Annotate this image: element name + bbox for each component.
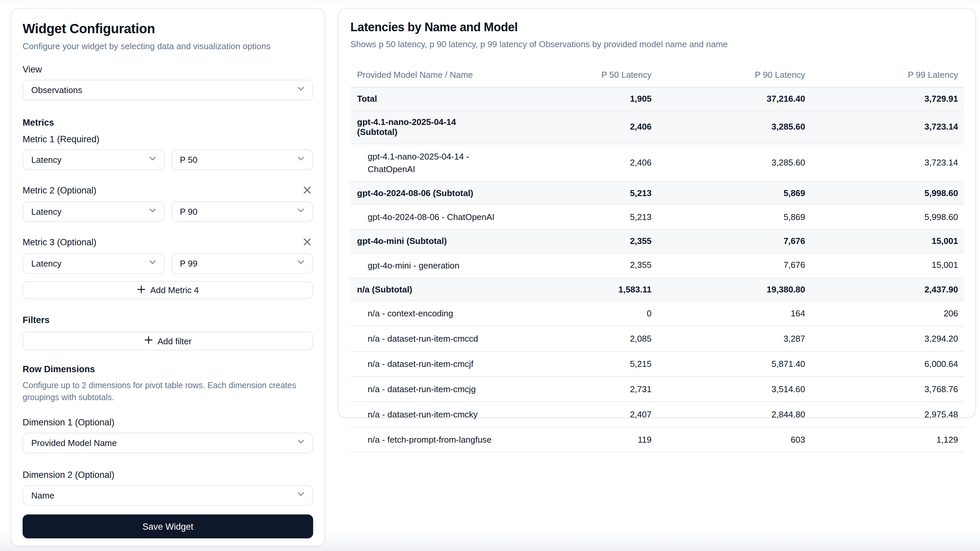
chevron-down-icon — [296, 257, 306, 270]
page: Widget Configuration Configure your widg… — [0, 0, 980, 551]
chevron-down-icon — [296, 437, 306, 449]
metric-2-aggregation-select[interactable]: P 90 — [171, 202, 313, 222]
chevron-down-icon — [296, 489, 306, 502]
chevron-down-icon — [296, 84, 306, 96]
metrics-heading: Metrics — [22, 118, 313, 128]
metric-3-measure-select[interactable]: Latency — [22, 253, 165, 274]
metric-3-measure-value: Latency — [31, 259, 62, 268]
page-subtitle: Configure your widget by selecting data … — [22, 41, 313, 52]
table-row-total: Total 1,905 37,216.40 3,729.91 — [350, 87, 964, 110]
filters-heading: Filters — [22, 315, 313, 326]
metric-1-label: Metric 1 (Required) — [22, 134, 313, 145]
row-dimensions-heading: Row Dimensions — [22, 364, 313, 375]
metric-1-aggregation-select[interactable]: P 50 — [171, 149, 313, 170]
row-dimensions-description: Configure up to 2 dimensions for pivot t… — [22, 380, 313, 403]
column-header-p50: P 50 Latency — [503, 64, 657, 87]
column-header-name: Provided Model Name / Name — [350, 64, 503, 87]
add-metric-label: Add Metric 4 — [150, 285, 199, 295]
metric-2-measure-select[interactable]: Latency — [22, 202, 165, 222]
chevron-down-icon — [147, 154, 157, 166]
widget-preview-panel: Latencies by Name and Model Shows p 50 l… — [338, 8, 976, 418]
dimension-1-select[interactable]: Provided Model Name — [22, 433, 313, 453]
metric-1-aggregation-value: P 50 — [180, 155, 197, 165]
remove-metric-2-button[interactable] — [301, 185, 313, 197]
remove-metric-3-button[interactable] — [301, 237, 313, 249]
view-select-value: Observations — [31, 85, 82, 95]
table-row: n/a - dataset-run-item-cmccd 2,085 3,287… — [350, 326, 964, 351]
view-select[interactable]: Observations — [22, 80, 313, 100]
chevron-down-icon — [296, 205, 306, 218]
table-row: gpt-4o-mini - generation 2,355 7,676 15,… — [350, 252, 964, 278]
metric-3-aggregation-select[interactable]: P 99 — [171, 253, 313, 274]
chevron-down-icon — [147, 205, 157, 218]
metric-2-measure-value: Latency — [31, 207, 62, 217]
table-row: gpt-4o-2024-08-06 - ChatOpenAI 5,213 5,8… — [350, 204, 964, 230]
chevron-down-icon — [296, 154, 306, 166]
dimension-1-value: Provided Model Name — [31, 438, 117, 448]
column-header-p99: P 99 Latency — [811, 64, 964, 87]
metric-2-aggregation-value: P 90 — [180, 207, 197, 217]
metric-1-measure-select[interactable]: Latency — [22, 149, 165, 170]
table-row: n/a - fetch-prompt-from-langfuse 119 603… — [350, 427, 964, 452]
metric-3-aggregation-value: P 99 — [180, 259, 197, 268]
add-metric-button[interactable]: Add Metric 4 — [22, 281, 313, 299]
preview-subtitle: Shows p 50 latency, p 90 latency, p 99 l… — [350, 38, 963, 51]
close-icon — [302, 185, 312, 197]
page-title: Widget Configuration — [22, 20, 313, 37]
dimension-1-label: Dimension 1 (Optional) — [22, 418, 313, 428]
table-row-subtotal: n/a (Subtotal) 1,583.11 19,380.80 2,437.… — [350, 278, 964, 301]
dimension-2-label: Dimension 2 (Optional) — [22, 470, 313, 481]
dimension-2-select[interactable]: Name — [22, 485, 313, 506]
table-row: n/a - dataset-run-item-cmcjf 5,215 5,871… — [350, 351, 964, 376]
preview-title: Latencies by Name and Model — [350, 19, 963, 35]
metric-1-measure-value: Latency — [31, 155, 62, 165]
table-row: n/a - dataset-run-item-cmcky 2,407 2,844… — [350, 402, 964, 427]
table-row-subtotal: gpt-4.1-nano-2025-04-14 (Subtotal) 2,406… — [350, 110, 964, 144]
save-widget-label: Save Widget — [142, 521, 193, 531]
metric-2-label: Metric 2 (Optional) — [22, 186, 96, 196]
metric-3-label: Metric 3 (Optional) — [22, 237, 96, 248]
close-icon — [302, 237, 312, 248]
plus-icon — [137, 285, 146, 295]
table-row-subtotal: gpt-4o-2024-08-06 (Subtotal) 5,213 5,869… — [350, 181, 964, 204]
table-row: n/a - dataset-run-item-cmcjg 2,731 3,514… — [350, 376, 964, 402]
save-widget-button[interactable]: Save Widget — [22, 514, 313, 538]
view-label: View — [22, 65, 313, 75]
add-filter-button[interactable]: Add filter — [22, 332, 313, 350]
dimension-2-value: Name — [31, 491, 54, 500]
chevron-down-icon — [147, 257, 157, 270]
pivot-table: Provided Model Name / Name P 50 Latency … — [350, 64, 964, 453]
plus-icon — [144, 336, 153, 346]
table-row-subtotal: gpt-4o-mini (Subtotal) 2,355 7,676 15,00… — [350, 230, 964, 252]
widget-configuration-panel: Widget Configuration Configure your widg… — [11, 8, 325, 546]
column-header-p90: P 90 Latency — [657, 64, 811, 87]
table-row: gpt-4.1-nano-2025-04-14 - ChatOpenAI 2,4… — [350, 144, 964, 181]
table-header-row: Provided Model Name / Name P 50 Latency … — [350, 64, 964, 87]
add-filter-label: Add filter — [158, 336, 192, 346]
table-row: n/a - context-encoding 0 164 206 — [350, 301, 964, 326]
